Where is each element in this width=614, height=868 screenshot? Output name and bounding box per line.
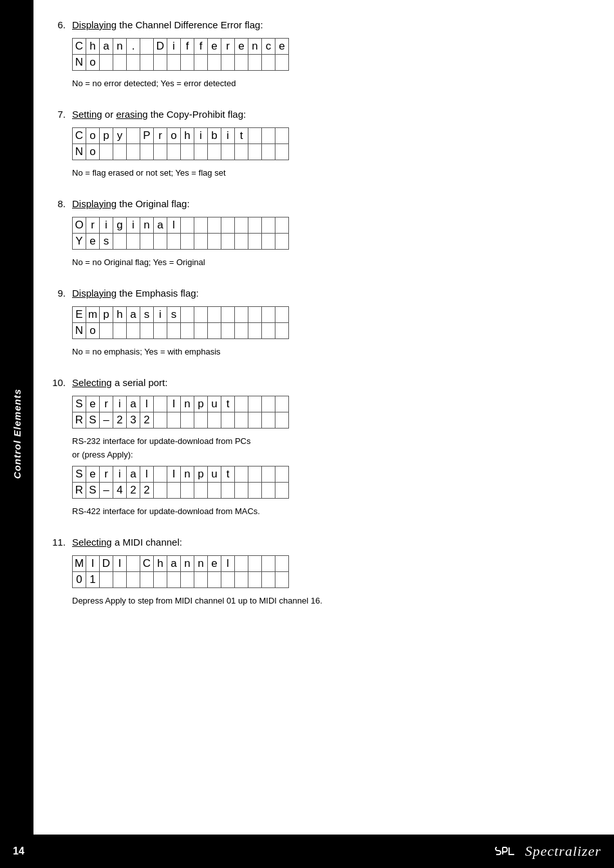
lcd-cell: p bbox=[194, 396, 208, 412]
section-title: Displaying the Original flag: bbox=[72, 198, 190, 209]
lcd-cell bbox=[207, 571, 221, 588]
lcd-cell: I bbox=[167, 466, 181, 483]
lcd-cell bbox=[153, 322, 167, 339]
section-title: Displaying the Channel Difference Error … bbox=[72, 19, 263, 30]
lcd-cell bbox=[261, 322, 275, 339]
lcd-cell bbox=[248, 571, 262, 588]
lcd-cell bbox=[221, 412, 235, 429]
section-title: Selecting a MIDI channel: bbox=[72, 537, 182, 548]
lcd-cell: e bbox=[207, 555, 221, 572]
lcd-cell bbox=[248, 54, 262, 71]
section-caption: No = no emphasis; Yes = with emphasis bbox=[72, 347, 574, 356]
lcd-cell: p bbox=[99, 306, 113, 323]
lcd-cell: E bbox=[72, 306, 86, 323]
lcd-cell: 0 bbox=[72, 571, 86, 588]
lcd-cell bbox=[126, 322, 140, 339]
lcd-cell bbox=[275, 322, 289, 339]
lcd-cell bbox=[275, 217, 289, 234]
lcd-cell: s bbox=[167, 306, 181, 323]
lcd-cell bbox=[194, 412, 208, 429]
lcd-cell: 2 bbox=[140, 482, 154, 499]
section-header: 10.Selecting a serial port: bbox=[46, 377, 574, 388]
lcd-cell bbox=[140, 54, 154, 71]
lcd-cell: 2 bbox=[126, 482, 140, 499]
lcd-cell: e bbox=[86, 233, 100, 250]
section-body: SerialInputRS–232RS-232 interface for up… bbox=[72, 396, 574, 516]
lcd-display: OriginalYes bbox=[72, 217, 289, 250]
lcd-cell bbox=[194, 571, 208, 588]
lcd-cell: o bbox=[86, 322, 100, 339]
sidebar: Control Elements bbox=[0, 0, 33, 868]
lcd-cell: s bbox=[140, 306, 154, 323]
lcd-cell bbox=[153, 54, 167, 71]
lcd-cell bbox=[221, 322, 235, 339]
lcd-cell: n bbox=[140, 217, 154, 234]
lcd-cell: h bbox=[86, 38, 100, 55]
lcd-cell bbox=[180, 306, 194, 323]
lcd-cell bbox=[261, 127, 275, 144]
lcd-cell: t bbox=[221, 396, 235, 412]
lcd-cell: a bbox=[126, 396, 140, 412]
lcd-cell bbox=[261, 482, 275, 499]
lcd-cell bbox=[248, 143, 262, 160]
section-header: 7.Setting or erasing the Copy-Prohibit f… bbox=[46, 109, 574, 120]
svg-rect-0 bbox=[493, 842, 517, 860]
lcd-cell: I bbox=[113, 555, 127, 572]
lcd-cell: o bbox=[86, 143, 100, 160]
lcd-cell bbox=[99, 143, 113, 160]
lcd-cell: n bbox=[180, 466, 194, 483]
lcd-cell bbox=[261, 217, 275, 234]
lcd-cell: n bbox=[194, 555, 208, 572]
brand-area: Spectralizer bbox=[493, 842, 601, 860]
lcd-cell: a bbox=[99, 38, 113, 55]
lcd-cell: r bbox=[99, 466, 113, 483]
lcd-cell bbox=[180, 143, 194, 160]
lcd-cell bbox=[194, 54, 208, 71]
section-body: MIDIChannel01Depress Apply to step from … bbox=[72, 555, 574, 605]
lcd-cell bbox=[167, 412, 181, 429]
lcd-display: EmphasisNo bbox=[72, 306, 289, 339]
brand-name: Spectralizer bbox=[525, 843, 601, 860]
lcd-cell: l bbox=[167, 217, 181, 234]
lcd-cell bbox=[207, 233, 221, 250]
lcd-cell bbox=[194, 217, 208, 234]
lcd-cell bbox=[99, 571, 113, 588]
lcd-cell: b bbox=[207, 127, 221, 144]
lcd-cell: f bbox=[194, 38, 208, 55]
section-caption: No = flag erased or not set; Yes = flag … bbox=[72, 168, 574, 178]
lcd-cell: f bbox=[180, 38, 194, 55]
section: 8.Displaying the Original flag:OriginalY… bbox=[46, 198, 574, 267]
lcd-cell bbox=[180, 482, 194, 499]
lcd-cell: i bbox=[99, 217, 113, 234]
bottom-bar: 14 Spectralizer bbox=[0, 835, 614, 868]
lcd-cell: C bbox=[140, 555, 154, 572]
lcd-cell: r bbox=[153, 127, 167, 144]
lcd-cell bbox=[275, 143, 289, 160]
lcd-cell: P bbox=[140, 127, 154, 144]
lcd-cell: g bbox=[113, 217, 127, 234]
lcd-cell bbox=[99, 54, 113, 71]
lcd-cell bbox=[207, 143, 221, 160]
lcd-cell bbox=[234, 306, 248, 323]
lcd-cell bbox=[221, 217, 235, 234]
section: 10.Selecting a serial port:SerialInputRS… bbox=[46, 377, 574, 516]
lcd-cell: p bbox=[99, 127, 113, 144]
lcd-display: Chan.DifferenceNo bbox=[72, 38, 289, 71]
lcd-cell bbox=[153, 412, 167, 429]
lcd-cell bbox=[275, 396, 289, 412]
lcd-cell bbox=[275, 233, 289, 250]
section: 9.Displaying the Emphasis flag:EmphasisN… bbox=[46, 288, 574, 356]
lcd-cell: r bbox=[99, 396, 113, 412]
lcd-cell: m bbox=[86, 306, 100, 323]
lcd-cell: o bbox=[86, 54, 100, 71]
lcd-cell: o bbox=[167, 127, 181, 144]
section-header: 11.Selecting a MIDI channel: bbox=[46, 537, 574, 548]
spl-logo bbox=[493, 842, 517, 860]
lcd-cell bbox=[126, 54, 140, 71]
lcd-cell bbox=[113, 571, 127, 588]
lcd-cell bbox=[194, 322, 208, 339]
lcd-cell: 4 bbox=[113, 482, 127, 499]
lcd-cell bbox=[167, 143, 181, 160]
lcd-cell bbox=[275, 412, 289, 429]
lcd-cell: n bbox=[248, 38, 262, 55]
